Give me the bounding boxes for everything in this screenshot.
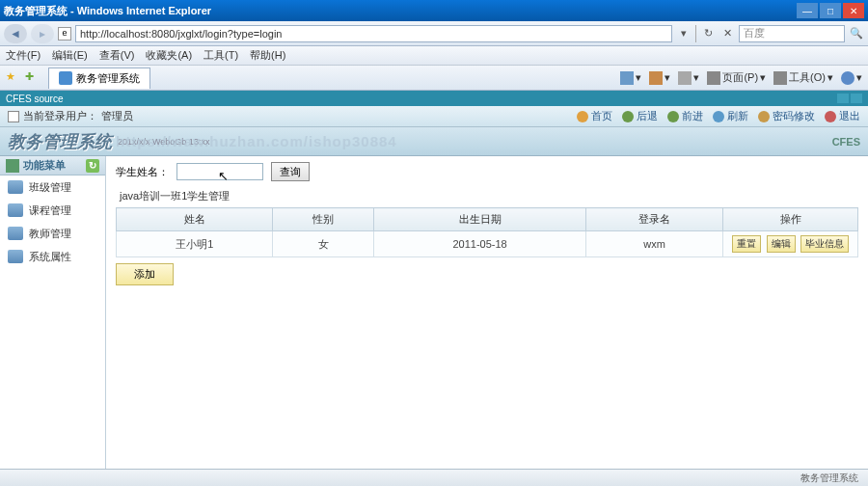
cfes-header-text: CFES source	[6, 94, 63, 104]
sidebar-title: 功能菜单 ↻	[0, 156, 105, 176]
ie-home-button[interactable]: ▾	[620, 71, 641, 85]
ie-feed-button[interactable]: ▾	[649, 71, 670, 85]
ie-page-button[interactable]: 页面(P)▾	[707, 70, 766, 85]
ie-tools-button[interactable]: 工具(O)▾	[773, 70, 833, 85]
stop-icon[interactable]: ✕	[719, 26, 735, 41]
course-icon	[8, 203, 23, 217]
col-login: 登录名	[586, 208, 723, 231]
browser-tab[interactable]: 教务管理系统	[48, 68, 150, 89]
sidebar-item-course[interactable]: 课程管理	[0, 199, 105, 222]
user-icon	[8, 111, 19, 122]
op-reset[interactable]: 重置	[732, 235, 761, 253]
action-back[interactable]: 后退	[622, 109, 658, 123]
current-user-value: 管理员	[101, 109, 133, 123]
tab-favicon	[59, 71, 72, 85]
col-name: 姓名	[117, 208, 273, 231]
window-title: 教务管理系统 - Windows Internet Explorer	[4, 4, 797, 18]
table-row: 王小明1 女 2011-05-18 wxm 重置 编辑 毕业信息	[117, 231, 858, 257]
op-graduate[interactable]: 毕业信息	[800, 235, 849, 253]
page-icon: e	[58, 27, 71, 40]
menu-help[interactable]: 帮助(H)	[250, 48, 285, 63]
minimize-button[interactable]: —	[797, 3, 818, 18]
cfes-label: CFES	[832, 136, 860, 148]
app-logo: 教务管理系统	[8, 130, 112, 153]
main-content: 学生姓名： 查询 java培训一班1学生管理 姓名 性别 出生日期 登录名 操作…	[106, 156, 868, 486]
sidebar-refresh-icon[interactable]: ↻	[86, 159, 99, 173]
cell-birth: 2011-05-18	[373, 231, 585, 257]
cfes-header: CFES source	[0, 91, 868, 106]
cell-name: 王小明1	[117, 231, 273, 257]
add-favorite-icon[interactable]: ✚	[25, 70, 41, 86]
window-titlebar: 教务管理系统 - Windows Internet Explorer — □ ✕	[0, 0, 868, 21]
teacher-icon	[8, 227, 23, 240]
current-user-label: 当前登录用户：	[23, 109, 97, 123]
action-forward[interactable]: 前进	[667, 109, 703, 123]
browser-search-input[interactable]: 百度	[739, 25, 845, 42]
cell-ops: 重置 编辑 毕业信息	[723, 231, 858, 257]
add-button[interactable]: 添加	[116, 263, 174, 285]
sidebar-item-class[interactable]: 班级管理	[0, 176, 105, 199]
search-button[interactable]: 查询	[271, 162, 310, 181]
cfes-max-icon[interactable]	[851, 94, 862, 103]
menu-view[interactable]: 查看(V)	[99, 48, 135, 63]
app-title-bar: 教务管理系统 201x/x/x WeboGb 13:xx https://waw…	[0, 127, 868, 156]
student-table: 姓名 性别 出生日期 登录名 操作 王小明1 女 2011-05-18 wxm …	[116, 207, 858, 257]
ie-mail-button[interactable]: ▾	[678, 71, 699, 85]
close-button[interactable]: ✕	[843, 3, 864, 18]
app-toolbar: 当前登录用户： 管理员 首页 后退 前进 刷新 密码修改 退出	[0, 106, 868, 127]
watermark-text: https://waw.huzhan.com/ishop30884	[116, 133, 397, 149]
student-name-input[interactable]	[176, 163, 263, 180]
menu-favorites[interactable]: 收藏夹(A)	[146, 48, 192, 63]
cell-gender: 女	[273, 231, 374, 257]
refresh-icon[interactable]: ↻	[700, 26, 716, 41]
col-ops: 操作	[723, 208, 858, 231]
favorites-star-icon[interactable]: ★	[6, 70, 21, 86]
panel-title: java培训一班1学生管理	[116, 189, 858, 203]
action-password[interactable]: 密码修改	[758, 109, 815, 123]
op-edit[interactable]: 编辑	[767, 235, 796, 253]
url-input[interactable]: http://localhost:8080/jxglxt/login?type=…	[75, 25, 672, 42]
cfes-min-icon[interactable]	[837, 94, 849, 103]
tab-title: 教务管理系统	[76, 71, 140, 86]
maximize-button[interactable]: □	[820, 3, 841, 18]
action-refresh[interactable]: 刷新	[713, 109, 748, 123]
menu-tools[interactable]: 工具(T)	[203, 48, 238, 63]
back-button[interactable]: ◄	[4, 24, 27, 43]
sidebar: 功能菜单 ↻ 班级管理 课程管理 教师管理 系统属性	[0, 156, 106, 486]
sidebar-item-system[interactable]: 系统属性	[0, 245, 105, 268]
status-text: 教务管理系统	[800, 472, 858, 485]
browser-menubar: 文件(F) 编辑(E) 查看(V) 收藏夹(A) 工具(T) 帮助(H)	[0, 46, 868, 66]
menu-icon	[6, 159, 19, 173]
menu-edit[interactable]: 编辑(E)	[52, 48, 88, 63]
ie-help-button[interactable]: ▾	[841, 71, 862, 85]
search-icon[interactable]: 🔍	[849, 26, 864, 41]
ie-tabbar: ★ ✚ 教务管理系统 ▾ ▾ ▾ 页面(P)▾ 工具(O)▾ ▾	[0, 66, 868, 91]
statusbar: 教务管理系统	[0, 469, 868, 486]
url-dropdown-icon[interactable]: ▾	[676, 26, 692, 41]
col-birth: 出生日期	[373, 208, 585, 231]
system-icon	[8, 250, 23, 263]
class-icon	[8, 180, 23, 194]
col-gender: 性别	[273, 208, 374, 231]
menu-file[interactable]: 文件(F)	[6, 48, 41, 63]
cell-login: wxm	[586, 231, 723, 257]
action-logout[interactable]: 退出	[825, 109, 860, 123]
table-header-row: 姓名 性别 出生日期 登录名 操作	[117, 208, 858, 231]
sidebar-item-teacher[interactable]: 教师管理	[0, 222, 105, 245]
search-label: 学生姓名：	[116, 165, 169, 179]
browser-navbar: ◄ ▸ e http://localhost:8080/jxglxt/login…	[0, 21, 868, 46]
forward-button[interactable]: ▸	[31, 24, 54, 43]
action-home[interactable]: 首页	[577, 109, 612, 123]
